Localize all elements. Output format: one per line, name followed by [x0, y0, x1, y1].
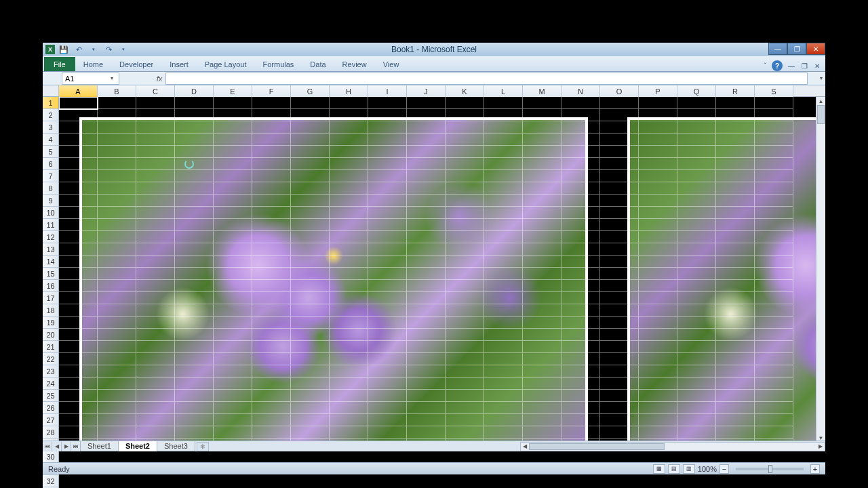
cell-q8[interactable]	[677, 182, 716, 195]
cell-d21[interactable]	[175, 341, 214, 353]
cell-e6[interactable]	[214, 158, 252, 170]
cell-i7[interactable]	[368, 170, 407, 182]
cell-e26[interactable]	[214, 402, 252, 414]
cell-c2[interactable]	[136, 109, 175, 121]
cell-r18[interactable]	[716, 304, 755, 317]
cell-h11[interactable]	[330, 219, 368, 231]
cell-q14[interactable]	[677, 256, 716, 268]
cell-j14[interactable]	[407, 256, 446, 268]
tab-formulas[interactable]: Formulas	[255, 57, 302, 71]
cell-a28[interactable]	[59, 426, 98, 439]
row-header-17[interactable]: 17	[43, 292, 59, 304]
cell-m20[interactable]	[523, 329, 561, 341]
cell-i9[interactable]	[368, 195, 407, 207]
cell-c28[interactable]	[136, 426, 175, 439]
cell-l24[interactable]	[484, 378, 523, 390]
row-header-8[interactable]: 8	[43, 182, 59, 195]
cell-h21[interactable]	[330, 341, 368, 353]
cell-q27[interactable]	[677, 414, 716, 426]
cell-g11[interactable]	[291, 219, 330, 231]
cell-e28[interactable]	[214, 426, 252, 439]
cell-o8[interactable]	[600, 182, 639, 195]
cell-i1[interactable]	[368, 97, 407, 109]
cell-c4[interactable]	[136, 134, 175, 146]
column-header-h[interactable]: H	[330, 85, 368, 97]
cell-a1[interactable]	[59, 97, 98, 109]
horizontal-scroll-thumb[interactable]	[529, 443, 665, 450]
cell-j3[interactable]	[407, 121, 446, 134]
cell-f9[interactable]	[252, 195, 291, 207]
cell-m14[interactable]	[523, 256, 561, 268]
cell-d3[interactable]	[175, 121, 214, 134]
view-page-break-icon[interactable]: ▥	[683, 464, 695, 474]
cell-p19[interactable]	[639, 317, 677, 329]
column-header-m[interactable]: M	[523, 85, 561, 97]
cell-q3[interactable]	[677, 121, 716, 134]
cell-p14[interactable]	[639, 256, 677, 268]
cell-n20[interactable]	[561, 329, 600, 341]
cell-h22[interactable]	[330, 353, 368, 365]
column-header-b[interactable]: B	[98, 85, 136, 97]
cell-g5[interactable]	[291, 146, 330, 158]
scroll-right-icon[interactable]: ▶	[816, 443, 825, 449]
cell-c7[interactable]	[136, 170, 175, 182]
cell-a14[interactable]	[59, 256, 98, 268]
cell-n8[interactable]	[561, 182, 600, 195]
cell-i4[interactable]	[368, 134, 407, 146]
cell-r11[interactable]	[716, 219, 755, 231]
cell-h24[interactable]	[330, 378, 368, 390]
cell-n6[interactable]	[561, 158, 600, 170]
cell-j27[interactable]	[407, 414, 446, 426]
cell-m9[interactable]	[523, 195, 561, 207]
cell-d12[interactable]	[175, 231, 214, 243]
cell-d10[interactable]	[175, 207, 214, 219]
cell-f20[interactable]	[252, 329, 291, 341]
tab-insert[interactable]: Insert	[161, 57, 197, 71]
cell-q28[interactable]	[677, 426, 716, 439]
cell-c5[interactable]	[136, 146, 175, 158]
cell-f21[interactable]	[252, 341, 291, 353]
cell-h20[interactable]	[330, 329, 368, 341]
cell-o6[interactable]	[600, 158, 639, 170]
cell-f18[interactable]	[252, 304, 291, 317]
qat-dropdown-icon[interactable]: ▾	[87, 44, 100, 55]
cell-l3[interactable]	[484, 121, 523, 134]
cell-b19[interactable]	[98, 317, 136, 329]
column-header-l[interactable]: L	[484, 85, 523, 97]
cell-c23[interactable]	[136, 365, 175, 378]
cell-l20[interactable]	[484, 329, 523, 341]
cell-i20[interactable]	[368, 329, 407, 341]
cell-n15[interactable]	[561, 268, 600, 280]
name-box-dropdown-icon[interactable]: ▾	[108, 75, 116, 81]
cell-s12[interactable]	[755, 231, 793, 243]
cell-m27[interactable]	[523, 414, 561, 426]
cell-o5[interactable]	[600, 146, 639, 158]
cell-b16[interactable]	[98, 280, 136, 292]
app-icon[interactable]: X	[45, 45, 55, 54]
sheet-nav-next-icon[interactable]: ▶	[62, 442, 71, 451]
cell-m17[interactable]	[523, 292, 561, 304]
cell-a11[interactable]	[59, 219, 98, 231]
row-header-24[interactable]: 24	[43, 378, 59, 390]
formula-input[interactable]	[165, 73, 808, 85]
row-header-13[interactable]: 13	[43, 243, 59, 256]
cell-p26[interactable]	[639, 402, 677, 414]
cell-a24[interactable]	[59, 378, 98, 390]
cell-f14[interactable]	[252, 256, 291, 268]
cell-c9[interactable]	[136, 195, 175, 207]
cell-j15[interactable]	[407, 268, 446, 280]
fx-button[interactable]: fx	[153, 73, 165, 85]
cell-a18[interactable]	[59, 304, 98, 317]
cell-s20[interactable]	[755, 329, 793, 341]
cell-a15[interactable]	[59, 268, 98, 280]
cell-l27[interactable]	[484, 414, 523, 426]
cell-n10[interactable]	[561, 207, 600, 219]
cell-r5[interactable]	[716, 146, 755, 158]
cell-r16[interactable]	[716, 280, 755, 292]
scroll-up-icon[interactable]: ▲	[816, 97, 825, 105]
column-header-s[interactable]: S	[755, 85, 793, 97]
cell-s17[interactable]	[755, 292, 793, 304]
row-header-7[interactable]: 7	[43, 170, 59, 182]
cell-s25[interactable]	[755, 390, 793, 402]
cell-i17[interactable]	[368, 292, 407, 304]
